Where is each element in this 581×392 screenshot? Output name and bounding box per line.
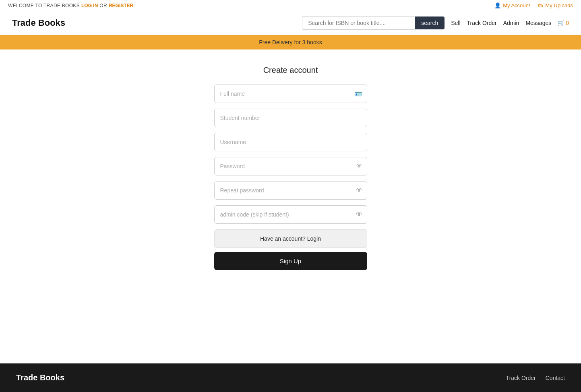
banner-text: Free Delivery for 3 books <box>259 39 322 45</box>
form-title: Create account <box>214 66 367 75</box>
password-field: 👁 <box>214 157 367 175</box>
password-input[interactable] <box>214 157 367 175</box>
footer-links: Track Order Contact <box>506 375 565 381</box>
repeat-password-field: 👁 <box>214 181 367 200</box>
my-uploads-link[interactable]: 🛍 My Uploads <box>538 2 573 8</box>
top-bar-right: 👤 My Account 🛍 My Uploads <box>494 2 573 8</box>
have-account-button[interactable]: Have an account? Login <box>214 229 367 248</box>
nav-logo[interactable]: Trade Books <box>12 18 65 28</box>
admin-code-field: 👁 <box>214 205 367 224</box>
footer-track-order-link[interactable]: Track Order <box>506 375 536 381</box>
student-number-field <box>214 109 367 127</box>
search-input[interactable] <box>302 16 415 30</box>
login-link[interactable]: LOG IN <box>81 3 98 8</box>
username-field <box>214 133 367 151</box>
eye-icon-password: 👁 <box>356 163 362 170</box>
cart-count: 0 <box>566 20 569 26</box>
top-bar: WELCOME TO TRADE BOOKS LOG IN OR REGISTE… <box>0 0 581 11</box>
register-form-container: Create account 🪪 👁 👁 👁 Have an account? … <box>214 66 367 270</box>
footer: Trade Books Track Order Contact <box>0 363 581 392</box>
track-order-link[interactable]: Track Order <box>467 20 497 26</box>
admin-link[interactable]: Admin <box>503 20 519 26</box>
messages-link[interactable]: Messages <box>525 20 551 26</box>
person-icon: 🪪 <box>354 90 362 98</box>
sign-up-button[interactable]: Sign Up <box>214 252 367 270</box>
eye-icon-admin-code: 👁 <box>356 211 362 218</box>
nav-links: Sell Track Order Admin Messages 🛒 0 <box>451 20 569 26</box>
nav-right: search Sell Track Order Admin Messages 🛒… <box>302 16 569 30</box>
main-nav: Trade Books search Sell Track Order Admi… <box>0 11 581 35</box>
top-bar-welcome: WELCOME TO TRADE BOOKS LOG IN OR REGISTE… <box>8 3 133 8</box>
register-link[interactable]: REGISTER <box>109 3 133 8</box>
admin-code-input[interactable] <box>214 205 367 224</box>
eye-icon-repeat-password: 👁 <box>356 187 362 194</box>
cart-bag-icon: 🛒 <box>558 20 564 26</box>
footer-logo: Trade Books <box>16 373 64 382</box>
welcome-text: WELCOME TO TRADE BOOKS <box>8 3 80 8</box>
or-text: OR <box>99 3 107 8</box>
search-bar: search <box>302 16 445 30</box>
student-number-input[interactable] <box>214 109 367 127</box>
full-name-field: 🪪 <box>214 85 367 103</box>
promo-banner: Free Delivery for 3 books <box>0 35 581 50</box>
uploads-icon: 🛍 <box>538 2 543 8</box>
username-input[interactable] <box>214 133 367 151</box>
repeat-password-input[interactable] <box>214 181 367 200</box>
full-name-input[interactable] <box>214 85 367 103</box>
cart-icon-container[interactable]: 🛒 0 <box>558 20 569 26</box>
account-icon: 👤 <box>494 2 501 8</box>
search-button[interactable]: search <box>415 17 445 29</box>
footer-contact-link[interactable]: Contact <box>546 375 565 381</box>
sell-link[interactable]: Sell <box>451 20 460 26</box>
main-content: Create account 🪪 👁 👁 👁 Have an account? … <box>0 50 581 363</box>
my-account-link[interactable]: 👤 My Account <box>494 2 530 8</box>
